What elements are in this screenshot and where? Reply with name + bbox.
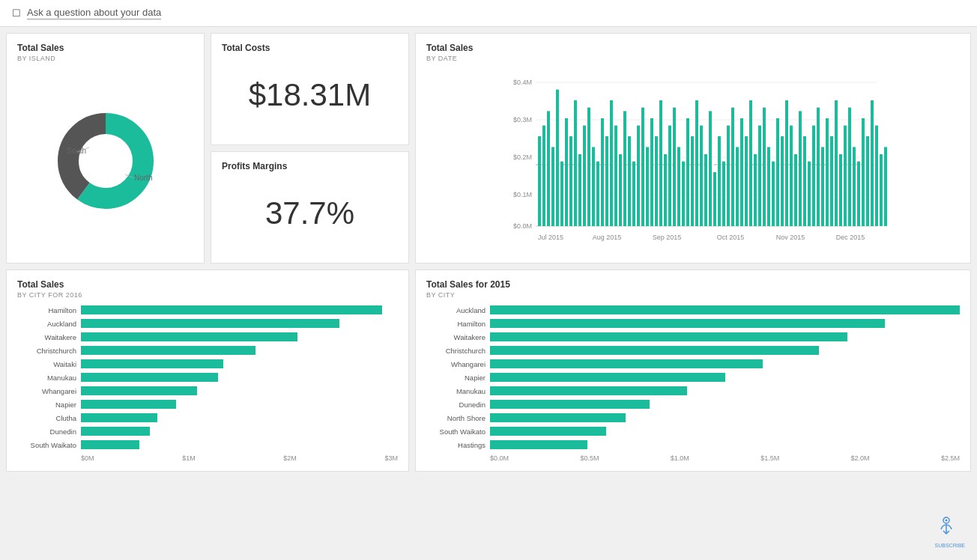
axis-label-3m: $3M bbox=[384, 454, 398, 462]
table-row bbox=[785, 100, 788, 226]
table-row bbox=[587, 108, 590, 226]
list-item: Manukau bbox=[17, 372, 398, 383]
bar-label: Christchurch bbox=[17, 347, 81, 355]
bar-label: North Shore bbox=[426, 414, 490, 422]
table-row bbox=[799, 111, 802, 226]
bar-fill bbox=[81, 305, 382, 314]
table-row bbox=[853, 147, 856, 226]
bar-background bbox=[81, 319, 398, 328]
table-row bbox=[655, 136, 658, 226]
table-row bbox=[844, 126, 847, 226]
bar-label: Hamilton bbox=[17, 306, 81, 314]
svg-text:$0.1M: $0.1M bbox=[513, 191, 532, 198]
list-item: South Waikato bbox=[17, 439, 398, 450]
table-row bbox=[574, 100, 577, 226]
bar-background bbox=[490, 346, 960, 355]
axis-2015-2: $2.0M bbox=[851, 454, 870, 462]
bar-label: Whangarei bbox=[426, 360, 490, 368]
table-row bbox=[583, 126, 586, 226]
table-row bbox=[650, 118, 653, 226]
bar-background bbox=[81, 373, 398, 382]
bar-background bbox=[490, 319, 960, 328]
table-row bbox=[682, 162, 685, 226]
table-row bbox=[632, 162, 635, 226]
bar-fill bbox=[490, 319, 885, 328]
bar-background bbox=[490, 305, 960, 314]
profits-margins-value: 37.7% bbox=[265, 195, 354, 231]
table-row bbox=[884, 147, 887, 226]
table-row bbox=[736, 147, 739, 226]
bar-background bbox=[81, 413, 398, 422]
table-row bbox=[808, 162, 811, 226]
table-row bbox=[592, 147, 595, 226]
svg-text:Oct 2015: Oct 2015 bbox=[717, 234, 745, 241]
table-row bbox=[722, 162, 725, 226]
table-row bbox=[704, 154, 707, 226]
axis-2015-25: $2.5M bbox=[941, 454, 960, 462]
list-item: Christchurch bbox=[426, 345, 960, 356]
table-row bbox=[709, 111, 712, 226]
table-row bbox=[875, 126, 878, 226]
table-row bbox=[614, 126, 617, 226]
total-sales-date-subtitle: BY DATE bbox=[426, 55, 960, 62]
list-item: Dunedin bbox=[426, 399, 960, 410]
bar-background bbox=[490, 427, 960, 436]
table-row bbox=[565, 118, 568, 226]
city2016-chart: HamiltonAucklandWaitakereChristchurchWai… bbox=[17, 305, 398, 450]
table-row bbox=[866, 136, 869, 226]
table-row bbox=[610, 100, 613, 226]
city2015-axis: $0.0M $0.5M $1.0M $1.5M $2.0M $2.5M bbox=[426, 454, 960, 462]
table-row bbox=[538, 136, 541, 226]
table-row bbox=[677, 147, 680, 226]
bar-background bbox=[490, 359, 960, 368]
svg-text:Nov 2015: Nov 2015 bbox=[776, 234, 805, 241]
bar-label: South Waikato bbox=[17, 441, 81, 449]
bar-label: Auckland bbox=[17, 320, 81, 328]
axis-label-0m: $0M bbox=[81, 454, 94, 462]
total-costs-title: Total Costs bbox=[222, 43, 398, 53]
list-item: Christchurch bbox=[17, 345, 398, 356]
ask-question-label[interactable]: Ask a question about your data bbox=[27, 7, 161, 19]
total-sales-island-title: Total Sales bbox=[17, 43, 193, 53]
table-row bbox=[718, 136, 721, 226]
city2015-title: Total Sales for 2015 bbox=[426, 279, 960, 290]
list-item: Waitakere bbox=[426, 332, 960, 342]
bar-label: Manukau bbox=[17, 374, 81, 382]
table-row bbox=[547, 111, 550, 226]
bar-label: Hamilton bbox=[426, 320, 490, 328]
bar-fill bbox=[81, 400, 176, 409]
bar-label: South Waikato bbox=[426, 427, 490, 436]
bar-fill bbox=[490, 346, 819, 355]
table-row bbox=[619, 154, 622, 226]
bar-fill bbox=[490, 332, 847, 341]
table-row bbox=[731, 108, 734, 226]
bar-background bbox=[81, 386, 398, 395]
bar-background bbox=[490, 386, 960, 395]
list-item: Manukau bbox=[426, 386, 960, 396]
table-row bbox=[668, 126, 671, 226]
table-row bbox=[772, 162, 775, 226]
bar-fill bbox=[490, 400, 650, 409]
table-row bbox=[826, 118, 829, 226]
subscribe-button[interactable]: SUBSCRIBE bbox=[935, 514, 965, 548]
list-item: Auckland bbox=[17, 318, 398, 329]
bar-background bbox=[81, 332, 398, 341]
sales-date-chart: $0.4M $0.3M $0.2M $0.1M $0.0M Jul 2015 A… bbox=[426, 71, 960, 251]
table-row bbox=[551, 147, 554, 226]
list-item: Auckland bbox=[426, 305, 960, 315]
table-row bbox=[691, 136, 694, 226]
table-row bbox=[880, 154, 883, 226]
list-item: Waitaki bbox=[17, 359, 398, 369]
table-row bbox=[556, 90, 559, 226]
axis-2015-05: $0.5M bbox=[580, 454, 599, 462]
bar-fill bbox=[490, 413, 626, 422]
svg-text:Dec 2015: Dec 2015 bbox=[836, 234, 865, 241]
table-row bbox=[700, 126, 703, 226]
bar-fill bbox=[81, 359, 223, 368]
table-row bbox=[542, 126, 545, 226]
bar-fill bbox=[490, 373, 725, 382]
table-row bbox=[857, 162, 860, 226]
subscribe-icon-svg bbox=[935, 514, 958, 537]
bar-label: Hastings bbox=[426, 441, 490, 449]
bar-label: Dunedin bbox=[426, 401, 490, 409]
